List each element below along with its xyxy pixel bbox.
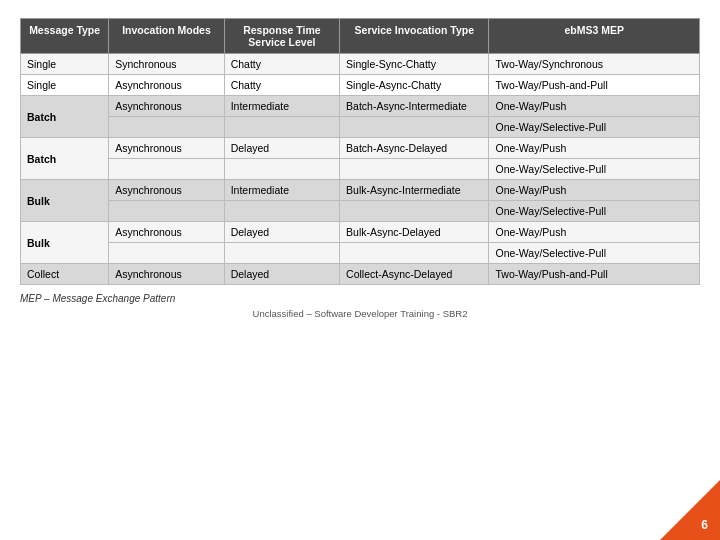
invocation-mode-cell: Asynchronous — [109, 75, 224, 96]
mep-cell: One-Way/Selective-Pull — [489, 201, 700, 222]
invocation-mode-cell: Asynchronous — [109, 264, 224, 285]
footer-subtitle: Unclassified – Software Developer Traini… — [20, 308, 700, 319]
message-type-cell: Single — [21, 54, 109, 75]
message-type-cell: Bulk — [21, 222, 109, 264]
table-header-row: Message Type Invocation Modes Response T… — [21, 19, 700, 54]
page-number: 6 — [701, 518, 708, 532]
col-header-service-invocation-type: Service Invocation Type — [340, 19, 489, 54]
table-row: Single Synchronous Chatty Single-Sync-Ch… — [21, 54, 700, 75]
service-invocation-cell: Batch-Async-Intermediate — [340, 96, 489, 117]
mep-cell: One-Way/Push — [489, 180, 700, 201]
invocation-mode-cell: Asynchronous — [109, 96, 224, 117]
invocation-mode-cell — [109, 159, 224, 180]
mep-cell: Two-Way/Synchronous — [489, 54, 700, 75]
message-type-cell: Batch — [21, 138, 109, 180]
service-invocation-cell — [340, 159, 489, 180]
service-invocation-cell: Bulk-Async-Intermediate — [340, 180, 489, 201]
table-row: One-Way/Selective-Pull — [21, 117, 700, 138]
invocation-mode-cell: Synchronous — [109, 54, 224, 75]
table-row: Batch Asynchronous Delayed Batch-Async-D… — [21, 138, 700, 159]
mep-cell: One-Way/Selective-Pull — [489, 117, 700, 138]
mep-cell: One-Way/Selective-Pull — [489, 243, 700, 264]
response-time-cell — [224, 201, 339, 222]
response-time-cell: Delayed — [224, 222, 339, 243]
service-invocation-cell: Single-Async-Chatty — [340, 75, 489, 96]
table-row: Collect Asynchronous Delayed Collect-Asy… — [21, 264, 700, 285]
col-header-mep: ebMS3 MEP — [489, 19, 700, 54]
table-row: Batch Asynchronous Intermediate Batch-As… — [21, 96, 700, 117]
service-invocation-cell: Bulk-Async-Delayed — [340, 222, 489, 243]
mep-cell: Two-Way/Push-and-Pull — [489, 264, 700, 285]
mep-cell: One-Way/Selective-Pull — [489, 159, 700, 180]
message-type-cell: Collect — [21, 264, 109, 285]
table-row: One-Way/Selective-Pull — [21, 159, 700, 180]
response-time-cell — [224, 159, 339, 180]
col-header-response-time: Response Time Service Level — [224, 19, 339, 54]
service-invocation-cell — [340, 243, 489, 264]
message-type-cell: Single — [21, 75, 109, 96]
footer-note: MEP – Message Exchange Pattern — [20, 293, 700, 304]
table-row: One-Way/Selective-Pull — [21, 243, 700, 264]
mep-cell: Two-Way/Push-and-Pull — [489, 75, 700, 96]
service-invocation-cell — [340, 117, 489, 138]
response-time-cell: Chatty — [224, 54, 339, 75]
triangle-decoration — [660, 480, 720, 540]
table-row: Bulk Asynchronous Intermediate Bulk-Asyn… — [21, 180, 700, 201]
col-header-invocation-modes: Invocation Modes — [109, 19, 224, 54]
mep-cell: One-Way/Push — [489, 96, 700, 117]
table-row: One-Way/Selective-Pull — [21, 201, 700, 222]
response-time-cell: Chatty — [224, 75, 339, 96]
invocation-mode-cell — [109, 243, 224, 264]
response-time-cell — [224, 243, 339, 264]
service-invocation-cell: Collect-Async-Delayed — [340, 264, 489, 285]
response-time-cell: Intermediate — [224, 180, 339, 201]
message-type-cell: Bulk — [21, 180, 109, 222]
message-type-cell: Batch — [21, 96, 109, 138]
invocation-mode-cell — [109, 117, 224, 138]
mep-cell: One-Way/Push — [489, 222, 700, 243]
invocation-mode-cell: Asynchronous — [109, 180, 224, 201]
response-time-cell: Delayed — [224, 264, 339, 285]
response-time-cell: Delayed — [224, 138, 339, 159]
col-header-message-type: Message Type — [21, 19, 109, 54]
table-row: Single Asynchronous Chatty Single-Async-… — [21, 75, 700, 96]
response-time-cell — [224, 117, 339, 138]
response-time-cell: Intermediate — [224, 96, 339, 117]
service-invocation-cell — [340, 201, 489, 222]
service-invocation-cell: Batch-Async-Delayed — [340, 138, 489, 159]
invocation-mode-cell: Asynchronous — [109, 138, 224, 159]
mep-cell: One-Way/Push — [489, 138, 700, 159]
main-table: Message Type Invocation Modes Response T… — [20, 18, 700, 285]
page-container: Message Type Invocation Modes Response T… — [0, 0, 720, 540]
invocation-mode-cell — [109, 201, 224, 222]
invocation-mode-cell: Asynchronous — [109, 222, 224, 243]
service-invocation-cell: Single-Sync-Chatty — [340, 54, 489, 75]
table-row: Bulk Asynchronous Delayed Bulk-Async-Del… — [21, 222, 700, 243]
